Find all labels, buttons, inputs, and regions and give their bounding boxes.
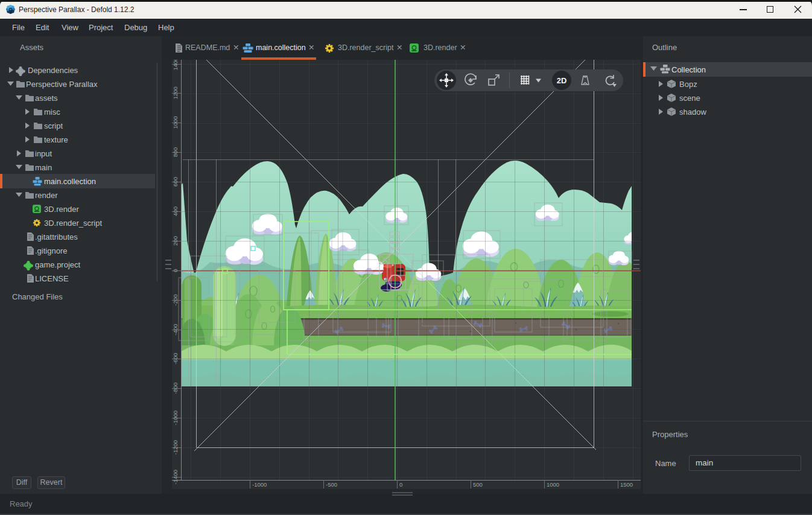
svg-text:-1000: -1000 (252, 481, 267, 488)
svg-text:500: 500 (473, 481, 483, 488)
svg-text:-400: -400 (172, 324, 179, 335)
svg-text:3D.render: 3D.render (44, 205, 79, 214)
svg-text:misc: misc (44, 107, 60, 117)
svg-text:.gitignore: .gitignore (35, 246, 67, 255)
svg-text:-1000: -1000 (172, 411, 179, 425)
svg-text:input: input (35, 149, 52, 158)
svg-text:-800: -800 (172, 382, 179, 394)
svg-text:scene: scene (679, 94, 700, 103)
svg-text:Perspective Parallax: Perspective Parallax (26, 80, 98, 89)
svg-text:-1400: -1400 (172, 470, 179, 484)
svg-text:-600: -600 (172, 353, 179, 364)
svg-text:-200: -200 (172, 294, 179, 305)
svg-text:render: render (35, 191, 58, 200)
svg-text:Collection: Collection (671, 65, 706, 74)
svg-text:1400: 1400 (172, 60, 179, 71)
svg-text:game.project: game.project (35, 260, 81, 269)
svg-text:.gitattributes: .gitattributes (35, 232, 78, 242)
svg-text:Bopz: Bopz (679, 80, 697, 89)
svg-text:main.collection: main.collection (44, 177, 96, 186)
svg-text:2D: 2D (557, 76, 567, 85)
svg-text:1000: 1000 (172, 116, 179, 129)
svg-text:200: 200 (172, 236, 179, 246)
svg-text:1500: 1500 (620, 481, 633, 488)
svg-text:main: main (35, 163, 52, 172)
svg-text:0: 0 (399, 481, 402, 488)
svg-text:LICENSE: LICENSE (35, 274, 69, 283)
svg-text:1000: 1000 (547, 481, 559, 488)
svg-text:-500: -500 (326, 481, 337, 488)
svg-text:texture: texture (44, 135, 68, 144)
svg-text:script: script (44, 121, 63, 130)
svg-text:0: 0 (172, 269, 179, 272)
svg-text:800: 800 (172, 147, 179, 157)
svg-text:600: 600 (172, 177, 179, 187)
svg-text:assets: assets (35, 94, 58, 103)
svg-text:-1200: -1200 (172, 440, 179, 455)
svg-text:3D.render_script: 3D.render_script (44, 219, 102, 228)
svg-text:Dependencies: Dependencies (28, 66, 78, 75)
svg-text:400: 400 (172, 206, 179, 216)
svg-text:1200: 1200 (172, 86, 179, 99)
svg-text:shadow: shadow (679, 107, 706, 117)
